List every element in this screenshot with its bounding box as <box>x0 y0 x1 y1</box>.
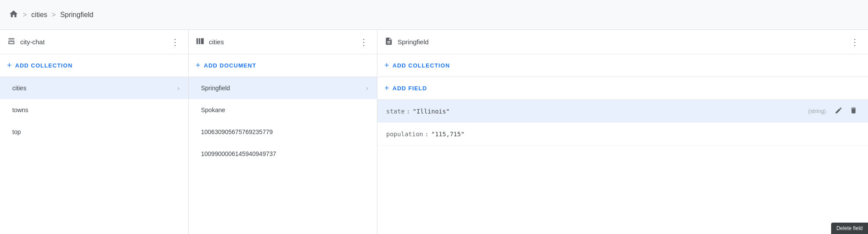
list-item-id2[interactable]: 100990000614594094973​7 <box>189 143 377 165</box>
add-collection-button-1[interactable]: + ADD COLLECTION <box>0 54 188 77</box>
panel-header-cities: cities ⋮ <box>189 30 377 54</box>
add-collection-button-2[interactable]: + ADD COLLECTION <box>377 54 868 77</box>
breadcrumb-sep-2: > <box>52 11 56 19</box>
add-field-label: ADD FIELD <box>393 85 427 92</box>
field-colon-state: : <box>406 108 410 115</box>
panel-title-springfield: Springfield <box>398 38 844 46</box>
field-key-state: state <box>386 108 405 115</box>
add-document-label: ADD DOCUMENT <box>204 62 256 69</box>
panel-header-springfield: Springfield ⋮ <box>377 30 868 54</box>
add-field-button[interactable]: + ADD FIELD <box>377 77 868 100</box>
list-item-towns[interactable]: towns <box>0 99 188 121</box>
panel-header-city-chat: city-chat ⋮ <box>0 30 188 54</box>
field-row-population[interactable]: population : "115,715" <box>377 123 868 145</box>
breadcrumb-bar: > cities > Springfield <box>0 0 868 30</box>
list-item-id1-label: 100630905675769235779 <box>201 128 273 135</box>
list-item-cities-label: cities <box>12 85 26 92</box>
field-type-state: (string) <box>808 108 826 114</box>
field-value-population: "115,715" <box>431 131 465 138</box>
list-item-top-label: top <box>12 128 21 135</box>
field-actions-state: (string) <box>808 105 859 117</box>
field-value-state: "Illinois" <box>413 108 450 115</box>
panel-springfield: Springfield ⋮ + ADD COLLECTION + ADD FIE… <box>377 30 868 234</box>
list-item-top[interactable]: top <box>0 121 188 143</box>
field-colon-population: : <box>425 131 428 138</box>
breadcrumb-sep-1: > <box>23 11 27 19</box>
list-item-id1[interactable]: 100630905675769235779 <box>189 121 377 143</box>
breadcrumb-item-springfield[interactable]: Springfield <box>60 11 93 19</box>
delete-field-state-button[interactable] <box>848 105 859 117</box>
collection-icon <box>196 37 204 47</box>
list-item-springfield-label: Springfield <box>201 85 230 92</box>
breadcrumb-item-cities[interactable]: cities <box>31 11 47 19</box>
plus-icon-4: + <box>384 84 389 93</box>
plus-icon-3: + <box>384 61 389 70</box>
delete-tooltip: Delete field <box>831 223 868 234</box>
field-key-population: population <box>386 131 423 138</box>
panel-title-city-chat: city-chat <box>20 38 165 46</box>
list-item-id2-label: 100990000614594094973​7 <box>201 150 276 157</box>
plus-icon-2: + <box>196 61 201 70</box>
document-icon <box>384 37 393 47</box>
plus-icon-1: + <box>7 61 12 70</box>
panel-menu-cities[interactable]: ⋮ <box>358 36 370 48</box>
list-item-cities[interactable]: cities › <box>0 77 188 99</box>
list-item-spokane-label: Spokane <box>201 106 225 113</box>
edit-field-state-button[interactable] <box>833 105 844 117</box>
database-icon <box>7 37 16 47</box>
main-area: city-chat ⋮ + ADD COLLECTION cities › to… <box>0 30 868 234</box>
panel-menu-city-chat[interactable]: ⋮ <box>169 36 181 48</box>
chevron-right-cities: › <box>177 85 179 92</box>
add-collection-label-2: ADD COLLECTION <box>393 62 450 69</box>
panel-menu-springfield[interactable]: ⋮ <box>849 36 861 48</box>
add-document-button[interactable]: + ADD DOCUMENT <box>189 54 377 77</box>
panel-title-cities: cities <box>209 38 353 46</box>
panel-city-chat: city-chat ⋮ + ADD COLLECTION cities › to… <box>0 30 189 234</box>
list-item-springfield[interactable]: Springfield › <box>189 77 377 99</box>
list-item-spokane[interactable]: Spokane <box>189 99 377 121</box>
add-collection-label-1: ADD COLLECTION <box>15 62 73 69</box>
field-row-state[interactable]: state : "Illinois" (string) <box>377 100 868 123</box>
home-icon[interactable] <box>9 9 18 20</box>
list-item-towns-label: towns <box>12 106 29 113</box>
panel-cities: cities ⋮ + ADD DOCUMENT Springfield › Sp… <box>189 30 377 234</box>
chevron-right-springfield: › <box>366 85 368 92</box>
